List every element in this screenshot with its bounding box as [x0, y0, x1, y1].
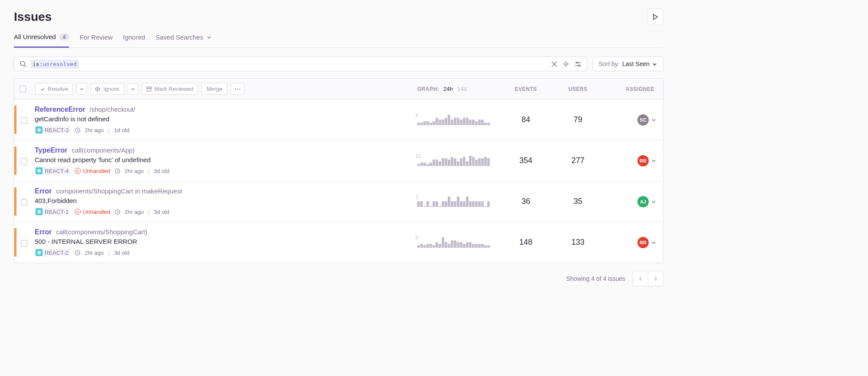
filter-settings-icon[interactable] [575, 61, 581, 67]
resolve-dropdown[interactable] [76, 83, 87, 95]
pin-search-icon[interactable] [563, 61, 569, 67]
check-icon [40, 87, 45, 92]
assignee-avatar[interactable]: SC [637, 114, 649, 126]
row-checkbox[interactable] [21, 158, 27, 165]
graph-range-14d[interactable]: 14d [457, 86, 467, 92]
project-badge[interactable]: REACT-1 [35, 208, 70, 216]
assignee-dropdown[interactable] [651, 239, 656, 246]
ignore-dropdown[interactable] [128, 83, 138, 95]
assignee-dropdown[interactable] [651, 116, 656, 123]
table-row: ReferenceError/shop/checkout/getCardInfo… [14, 100, 663, 140]
assignee-dropdown[interactable] [651, 198, 656, 205]
project-badge[interactable]: REACT-2 [35, 249, 70, 256]
clock-icon [115, 209, 120, 215]
project-id: REACT-1 [45, 209, 69, 215]
pagination [632, 271, 663, 286]
issue-title[interactable]: TypeError [35, 146, 67, 154]
users-count: 35 [552, 197, 604, 206]
issue-location: components/ShoppingCart in makeRequest [56, 187, 182, 195]
assignee-dropdown[interactable] [651, 157, 656, 164]
sparkline: 2 [417, 196, 500, 207]
issue-age: 3d old [114, 250, 129, 256]
clear-search-icon[interactable] [551, 61, 557, 67]
sparkline: 8 [417, 237, 500, 248]
graph-range-24h[interactable]: 24h [443, 86, 453, 92]
issue-age: 1d old [114, 127, 129, 133]
assignee-avatar[interactable]: RR [637, 155, 649, 166]
sort-label: Sort by: [599, 60, 620, 67]
chevron-down-icon [131, 87, 135, 91]
project-badge[interactable]: REACT-3 [35, 126, 70, 134]
pagination-summary: Showing 4 of 4 issues [566, 275, 625, 282]
sort-dropdown[interactable]: Sort by: Last Seen [592, 57, 663, 71]
more-actions-button[interactable] [231, 83, 244, 95]
issue-title[interactable]: ReferenceError [35, 106, 86, 113]
svg-line-1 [24, 65, 26, 67]
chevron-left-icon [638, 276, 643, 281]
sparkline-max: 8 [416, 236, 418, 240]
clock-icon [75, 250, 80, 256]
project-badge[interactable]: REACT-4 [35, 167, 70, 175]
users-count: 277 [552, 156, 604, 165]
issue-age: 3d old [154, 209, 169, 215]
next-page-button[interactable] [648, 271, 663, 286]
events-count: 84 [500, 115, 552, 124]
select-all-checkbox[interactable] [20, 86, 26, 92]
chevron-down-icon [207, 33, 211, 41]
ignore-button[interactable]: Ignore [90, 83, 124, 95]
merge-button[interactable]: Merge [201, 83, 227, 95]
page-title: Issues [14, 10, 52, 24]
react-icon [36, 208, 43, 215]
row-checkbox[interactable] [21, 240, 27, 246]
events-count: 354 [500, 156, 552, 165]
issue-message: 500 - INTERNAL SERVER ERROR [35, 238, 417, 245]
sparkline-max: 13 [416, 154, 420, 159]
issue-title[interactable]: Error [35, 228, 52, 236]
tab-saved-searches[interactable]: Saved Searches [155, 33, 211, 47]
assignee-avatar[interactable]: RR [637, 237, 649, 248]
users-count: 79 [552, 115, 604, 124]
search-input[interactable]: is:unresolved [14, 57, 587, 71]
clock-icon [75, 127, 80, 133]
project-id: REACT-2 [45, 250, 69, 256]
sparkline: 13 [417, 156, 500, 166]
sparkline-max: 9 [416, 113, 418, 118]
issue-message: Cannot read property 'func' of undefined [35, 156, 417, 163]
issue-age: 3d old [154, 168, 169, 174]
react-icon [36, 167, 43, 174]
table-row: Errorcomponents/ShoppingCart in makeRequ… [14, 181, 663, 222]
project-id: REACT-3 [45, 127, 69, 133]
assignee-avatar[interactable]: AJ [637, 196, 649, 207]
issue-time: 2hr ago [125, 209, 144, 215]
tab-all-unresolved[interactable]: All Unresolved4 [14, 33, 69, 48]
row-checkbox[interactable] [21, 117, 27, 124]
resolve-button[interactable]: Resolve [35, 83, 73, 95]
svg-point-21 [39, 170, 40, 171]
severity-stripe [14, 228, 17, 256]
skull-icon: ☠ [75, 209, 81, 215]
svg-point-16 [39, 130, 40, 130]
tab-ignored[interactable]: Ignored [123, 33, 145, 47]
severity-stripe [14, 106, 17, 134]
project-id: REACT-4 [45, 168, 69, 174]
row-checkbox[interactable] [21, 199, 27, 206]
issue-title[interactable]: Error [35, 187, 52, 195]
svg-point-31 [39, 252, 40, 253]
sort-value: Last Seen [622, 60, 650, 67]
ellipsis-icon [234, 88, 241, 90]
graph-column-header: GRAPH: [417, 86, 439, 92]
svg-point-5 [576, 62, 578, 63]
events-count: 36 [500, 197, 552, 206]
chevron-down-icon [652, 62, 657, 67]
chevron-right-icon [653, 276, 658, 281]
mark-reviewed-button[interactable]: Mark Reviewed [142, 83, 198, 95]
chevron-down-icon [651, 117, 656, 122]
tab-for-review[interactable]: For Review [79, 33, 112, 47]
prev-page-button[interactable] [632, 271, 648, 286]
sparkline: 9 [417, 115, 500, 125]
issue-location: /shop/checkout/ [90, 106, 135, 113]
issues-table: Resolve Ignore Mark Reviewed Merge G [14, 78, 663, 263]
issue-time: 2hr ago [125, 168, 144, 174]
play-button[interactable] [647, 9, 663, 25]
search-query-text: is:unresolved [31, 61, 547, 67]
